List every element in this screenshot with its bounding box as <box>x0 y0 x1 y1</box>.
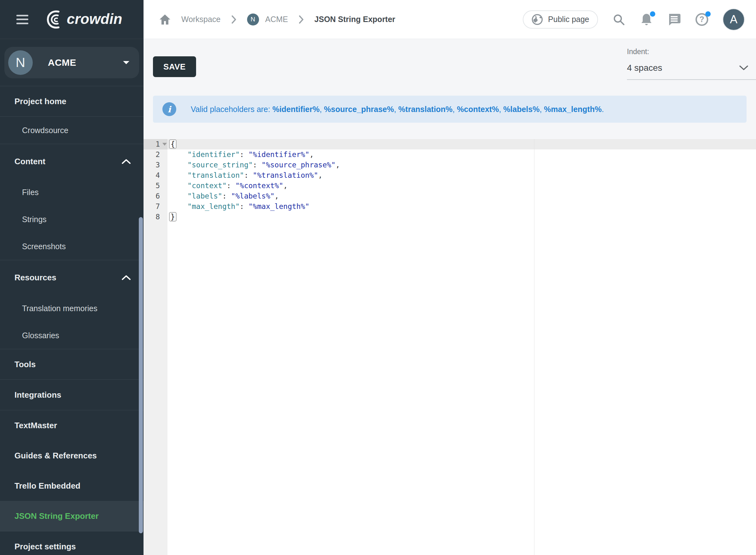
banner-text-segment: Valid placeholders are: <box>191 105 272 114</box>
line-number[interactable]: 4 <box>143 170 167 181</box>
chevron-down-icon <box>739 65 749 71</box>
indent-select[interactable]: 4 spaces <box>627 63 756 80</box>
placeholder-token: %max_length% <box>544 105 601 114</box>
org-switcher[interactable]: N ACME <box>4 47 139 78</box>
code-token-punct: , <box>309 151 314 159</box>
sidebar-item-label: Files <box>22 188 39 197</box>
sidebar-item-screenshots[interactable]: Screenshots <box>0 233 143 260</box>
menu-icon[interactable] <box>16 15 28 24</box>
sidebar-scrollbar[interactable] <box>139 217 143 533</box>
code-token-punct: : <box>222 192 231 200</box>
editor-gutter: 12345678 <box>143 139 167 555</box>
chat-icon <box>668 13 681 26</box>
code-line[interactable]: "context": "%context%", <box>167 181 756 191</box>
code-token-punct <box>170 192 187 200</box>
placeholder-token: %identifier% <box>272 105 320 114</box>
sidebar-item-integrations[interactable]: Integrations <box>0 380 143 410</box>
code-token-punct <box>170 181 187 190</box>
line-number[interactable]: 3 <box>143 160 167 170</box>
help-button[interactable]: ? <box>695 12 709 27</box>
crowdin-logo[interactable]: crowdin <box>42 8 131 31</box>
notification-dot <box>650 11 655 17</box>
code-token-key: "labels" <box>187 192 222 200</box>
sidebar-item-tools[interactable]: Tools <box>0 349 143 379</box>
code-token-punct: , <box>318 171 323 179</box>
chevron-up-icon <box>122 275 131 280</box>
sidebar-item-glossaries[interactable]: Glossaries <box>0 322 143 349</box>
save-button[interactable]: SAVE <box>153 56 196 77</box>
help-dot <box>705 11 711 17</box>
placeholder-token: %context% <box>457 105 499 114</box>
breadcrumb-workspace[interactable]: Workspace <box>181 15 221 24</box>
json-template-editor[interactable]: 12345678 { "identifier": "%identifier%",… <box>143 139 756 555</box>
code-line[interactable]: "max_length": "%max_length%" <box>167 201 756 212</box>
code-token-punct: : <box>240 202 249 211</box>
code-token-key: "source_string" <box>187 161 253 169</box>
sidebar-item-textmaster[interactable]: TextMaster <box>0 410 143 440</box>
placeholders-banner-text: Valid placeholders are: %identifier%, %s… <box>191 105 604 114</box>
code-line[interactable]: "identifier": "%identifier%", <box>167 150 756 160</box>
editor-code-area[interactable]: { "identifier": "%identifier%", "source_… <box>167 139 756 555</box>
line-number[interactable]: 6 <box>143 191 167 201</box>
sidebar-item-label: Resources <box>14 273 56 283</box>
crowdin-logo-mark <box>42 8 67 31</box>
globe-icon <box>532 14 543 25</box>
chevron-up-icon <box>122 159 131 164</box>
code-line[interactable]: { <box>167 139 756 150</box>
home-icon[interactable] <box>159 14 171 25</box>
sidebar-item-guides-references[interactable]: Guides & References <box>0 440 143 471</box>
sidebar-item-label: Integrations <box>14 390 61 400</box>
breadcrumb-project[interactable]: N ACME <box>247 13 288 26</box>
topbar-actions: Public page <box>523 8 745 31</box>
sidebar-item-resources[interactable]: Resources <box>0 260 143 295</box>
code-token-punct: : <box>253 161 261 169</box>
code-token-punct: , <box>336 161 340 169</box>
sidebar-nav: Project homeCrowdsourceContentFilesStrin… <box>0 86 143 555</box>
sidebar-item-trello-embedded[interactable]: Trello Embedded <box>0 471 143 501</box>
line-number[interactable]: 5 <box>143 181 167 191</box>
sidebar-item-project-settings[interactable]: Project settings <box>0 531 143 555</box>
line-number[interactable]: 7 <box>143 201 167 212</box>
code-line[interactable]: "source_string": "%source_phrase%", <box>167 160 756 170</box>
code-line[interactable]: "translation": "%translation%", <box>167 170 756 181</box>
code-line[interactable]: "labels": "%labels%", <box>167 191 756 201</box>
chevron-right-icon <box>299 15 304 24</box>
sidebar: crowdin N ACME Project homeCrowdsourceCo… <box>0 0 143 555</box>
banner-text-segment: , <box>540 105 544 114</box>
sidebar-item-strings[interactable]: Strings <box>0 206 143 233</box>
banner-text-segment: , <box>499 105 503 114</box>
messages-button[interactable] <box>667 12 681 27</box>
breadcrumb-current: JSON String Exporter <box>314 15 395 24</box>
sidebar-item-crowdsource[interactable]: Crowdsource <box>0 117 143 144</box>
line-number[interactable]: 8 <box>143 212 167 222</box>
sidebar-item-project-home[interactable]: Project home <box>0 86 143 117</box>
code-token-punct: , <box>275 192 279 200</box>
code-line[interactable]: } <box>167 212 756 222</box>
code-token-punct: : <box>244 171 253 179</box>
topbar: Workspace N ACME JSON String Exporter Pu… <box>143 0 756 39</box>
sidebar-item-label: Content <box>14 157 45 166</box>
sidebar-item-label: Guides & References <box>14 451 97 461</box>
code-token-val: "%max_length%" <box>248 202 309 211</box>
sidebar-item-translation-memories[interactable]: Translation memories <box>0 295 143 322</box>
sidebar-item-label: Glossaries <box>22 331 59 340</box>
code-token-key: "max_length" <box>187 202 240 211</box>
fold-toggle-icon[interactable] <box>162 143 167 146</box>
sidebar-item-content[interactable]: Content <box>0 144 143 179</box>
public-page-button[interactable]: Public page <box>523 10 598 29</box>
line-number[interactable]: 2 <box>143 150 167 160</box>
project-badge: N <box>247 13 259 26</box>
sidebar-item-label: TextMaster <box>14 421 57 430</box>
indent-value: 4 spaces <box>627 63 662 73</box>
user-avatar[interactable]: A <box>723 8 745 31</box>
sidebar-item-json-string-exporter[interactable]: JSON String Exporter <box>0 501 143 531</box>
sidebar-item-files[interactable]: Files <box>0 179 143 206</box>
line-number[interactable]: 1 <box>143 139 167 150</box>
sidebar-item-label: Tools <box>14 359 36 369</box>
banner-text-segment: , <box>320 105 324 114</box>
code-token-punct: , <box>283 181 288 190</box>
notifications-button[interactable] <box>639 12 654 27</box>
search-button[interactable] <box>612 12 626 27</box>
placeholder-token: %source_phrase% <box>324 105 394 114</box>
banner-text-segment: . <box>602 105 604 114</box>
